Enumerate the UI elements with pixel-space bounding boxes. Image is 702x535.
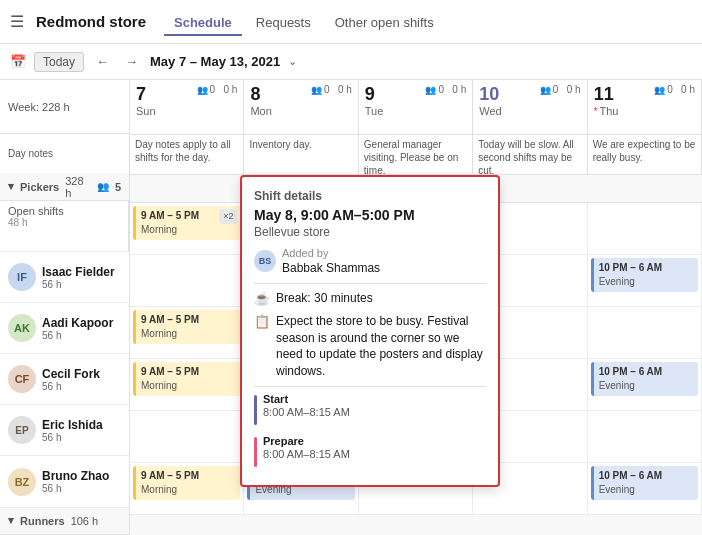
coffee-icon: ☕ bbox=[254, 291, 270, 306]
popup-prepare-row: Prepare 8:00 AM–8:15 AM bbox=[254, 435, 350, 467]
day-hours-8: 👥 0 0 h bbox=[311, 84, 352, 95]
day-note-tue: General manager visiting. Please be on t… bbox=[359, 135, 473, 174]
prepare-bar bbox=[254, 437, 257, 467]
open-shifts-label-cell: Open shifts 48 h bbox=[0, 201, 129, 252]
popup-title: Shift details bbox=[254, 189, 486, 203]
runners-collapse-icon[interactable]: ▾ bbox=[8, 514, 14, 527]
popup-avatar: BS bbox=[254, 250, 276, 272]
today-button[interactable]: Today bbox=[34, 52, 84, 72]
day-col-9: 9 👥 0 0 h Tue bbox=[359, 80, 473, 134]
week-info: Week: 228 h bbox=[0, 80, 129, 134]
day-num-11: 11 bbox=[594, 84, 614, 105]
day-hours-10: 👥 0 0 h bbox=[540, 84, 581, 95]
tab-requests[interactable]: Requests bbox=[246, 11, 321, 36]
day-notes-label: Day notes bbox=[0, 134, 130, 173]
isaac-cell-thu[interactable]: 10 PM – 6 AM Evening bbox=[588, 255, 702, 306]
popup-start-label: Start bbox=[263, 393, 350, 405]
popup-divider-1 bbox=[254, 283, 486, 284]
day-num-9: 9 bbox=[365, 84, 375, 105]
day-name-7: Sun bbox=[136, 105, 237, 117]
open-shifts-cell-thu[interactable] bbox=[588, 203, 702, 254]
aadi-cell-thu[interactable] bbox=[588, 307, 702, 358]
day-note-thu: We are expecting to be really busy. bbox=[588, 135, 702, 174]
popup-prepare-time: 8:00 AM–8:15 AM bbox=[263, 448, 350, 460]
aadi-shift-sun[interactable]: 9 AM – 5 PM Morning bbox=[133, 310, 240, 344]
isaac-shift-thu[interactable]: 10 PM – 6 AM Evening bbox=[591, 258, 698, 292]
aadi-cell-sun[interactable]: 9 AM – 5 PM Morning bbox=[130, 307, 244, 358]
person-info-bruno: BZ Bruno Zhao 56 h bbox=[0, 456, 130, 507]
isaac-cell-sun[interactable] bbox=[130, 255, 244, 306]
day-name-11: *Thu bbox=[594, 105, 695, 117]
app-container: ☰ Redmond store Schedule Requests Other … bbox=[0, 0, 702, 535]
day-num-7: 7 bbox=[136, 84, 146, 105]
cecil-shift-sun[interactable]: 9 AM – 5 PM Morning bbox=[133, 362, 240, 396]
cecil-cell-sun[interactable]: 9 AM – 5 PM Morning bbox=[130, 359, 244, 410]
popup-date: May 8, 9:00 AM–5:00 PM bbox=[254, 207, 486, 223]
day-note-wed: Today will be slow. All second shifts ma… bbox=[473, 135, 587, 174]
section-pickers-label: Pickers bbox=[20, 181, 59, 193]
avatar-bruno: BZ bbox=[8, 468, 36, 496]
popup-break-row: ☕ Break: 30 minutes bbox=[254, 290, 486, 307]
cecil-shift-sun-time: 9 AM – 5 PM bbox=[141, 365, 235, 379]
open-shift-sun[interactable]: 9 AM – 5 PM Morning ×2 bbox=[133, 206, 240, 240]
person-info-eric: EP Eric Ishida 56 h bbox=[0, 405, 130, 456]
open-shift-sun-label: Morning bbox=[141, 223, 235, 237]
tab-schedule[interactable]: Schedule bbox=[164, 11, 242, 36]
cecil-shift-sun-label: Morning bbox=[141, 379, 235, 393]
people-icon: 👥 bbox=[97, 181, 109, 192]
eric-cell-thu[interactable] bbox=[588, 411, 702, 462]
bruno-shift-thu[interactable]: 10 PM – 6 AM Evening bbox=[591, 466, 698, 500]
sub-header: 📅 Today ← → May 7 – May 13, 2021 ⌄ bbox=[0, 44, 702, 80]
cecil-shift-thu-label: Evening bbox=[599, 379, 693, 393]
collapse-icon[interactable]: ▾ bbox=[8, 180, 14, 193]
days-header: 7 👥 0 0 h Sun 8 👥 0 0 h Mon 9 👥 0 bbox=[130, 80, 702, 135]
next-week-arrow[interactable]: → bbox=[121, 52, 142, 71]
popup-added-name: Babbak Shammas bbox=[282, 261, 380, 275]
popup-start-row: Start 8:00 AM–8:15 AM bbox=[254, 393, 350, 425]
day-col-8: 8 👥 0 0 h Mon bbox=[244, 80, 358, 134]
runners-grid-header bbox=[130, 515, 702, 535]
bruno-cell-thu[interactable]: 10 PM – 6 AM Evening bbox=[588, 463, 702, 514]
open-shifts-hours: 48 h bbox=[8, 217, 120, 228]
isaac-shift-thu-time: 10 PM – 6 AM bbox=[599, 261, 693, 275]
cecil-cell-thu[interactable]: 10 PM – 6 AM Evening bbox=[588, 359, 702, 410]
day-name-9: Tue bbox=[365, 105, 466, 117]
open-shifts-name: Open shifts bbox=[8, 205, 120, 217]
main-grid: Week: 228 h Day notes ▾ Pickers 328 h 👥 … bbox=[0, 80, 702, 535]
popup-notes: Expect the store to be busy. Festival se… bbox=[276, 313, 486, 380]
day-col-7: 7 👥 0 0 h Sun bbox=[130, 80, 244, 134]
left-sidebar: Week: 228 h Day notes ▾ Pickers 328 h 👥 … bbox=[0, 80, 130, 535]
person-name-eric: Eric Ishida bbox=[42, 418, 103, 432]
bruno-cell-sun[interactable]: 9 AM – 5 PM Morning bbox=[130, 463, 244, 514]
tab-other-open-shifts[interactable]: Other open shifts bbox=[325, 11, 444, 36]
calendar-icon: 📅 bbox=[10, 54, 26, 69]
eric-cell-sun[interactable] bbox=[130, 411, 244, 462]
bruno-shift-sun-time: 9 AM – 5 PM bbox=[141, 469, 235, 483]
person-info-isaac: IF Isaac Fielder 56 h bbox=[0, 252, 130, 303]
popup-prepare-label: Prepare bbox=[263, 435, 350, 447]
hamburger-icon[interactable]: ☰ bbox=[10, 12, 24, 31]
day-col-10: 10 👥 0 0 h Wed bbox=[473, 80, 587, 134]
section-runners-label: Runners bbox=[20, 515, 65, 527]
person-info-aadi: AK Aadi Kapoor 56 h bbox=[0, 303, 130, 354]
popup-start-time: 8:00 AM–8:15 AM bbox=[263, 406, 350, 418]
bruno-shift-sun[interactable]: 9 AM – 5 PM Morning bbox=[133, 466, 240, 500]
cecil-shift-thu[interactable]: 10 PM – 6 AM Evening bbox=[591, 362, 698, 396]
person-hours-aadi: 56 h bbox=[42, 330, 113, 341]
pickers-section-header: ▾ Pickers 328 h 👥 5 bbox=[0, 173, 129, 200]
prev-week-arrow[interactable]: ← bbox=[92, 52, 113, 71]
bruno-shift-thu-label: Evening bbox=[599, 483, 693, 497]
avatar-eric: EP bbox=[8, 416, 36, 444]
nav-tabs: Schedule Requests Other open shifts bbox=[164, 9, 444, 34]
popup-store: Bellevue store bbox=[254, 225, 486, 239]
popup-divider-2 bbox=[254, 386, 486, 387]
date-range[interactable]: May 7 – May 13, 2021 bbox=[150, 54, 280, 69]
note-icon: 📋 bbox=[254, 314, 270, 329]
day-note-sun: Day notes apply to all shifts for the da… bbox=[130, 135, 244, 174]
store-name: Redmond store bbox=[36, 13, 146, 30]
avatar-isaac: IF bbox=[8, 263, 36, 291]
open-shifts-cell-sun[interactable]: 9 AM – 5 PM Morning ×2 bbox=[130, 203, 244, 254]
day-num-10: 10 bbox=[479, 84, 499, 105]
aadi-shift-sun-label: Morning bbox=[141, 327, 235, 341]
person-name-cecil: Cecil Fork bbox=[42, 367, 100, 381]
